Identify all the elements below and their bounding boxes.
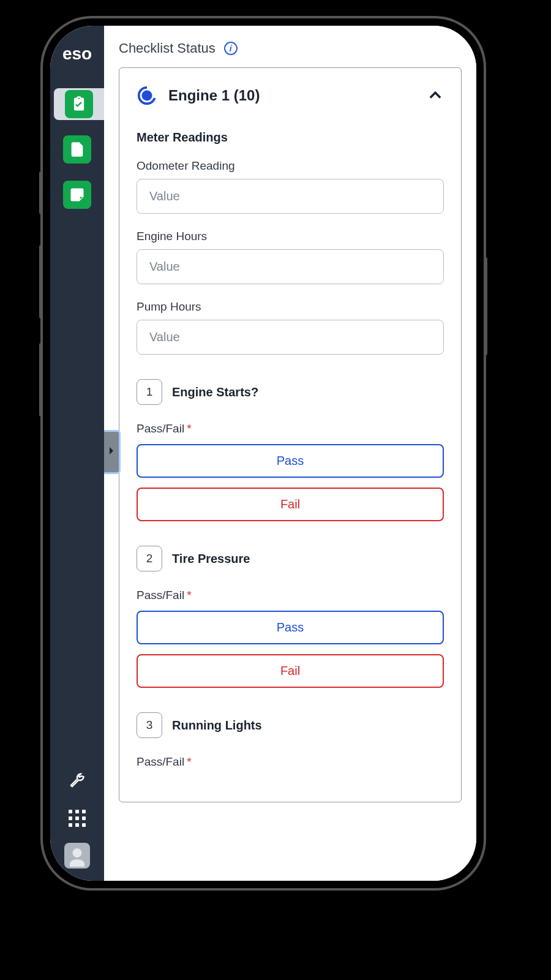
odometer-input[interactable] [137, 179, 444, 214]
main-content: Checklist Status i [104, 26, 476, 881]
checklist-item: 3 Running Lights Pass/Fail* [137, 712, 444, 769]
sidebar-item-forms[interactable] [56, 134, 98, 165]
item-title: Engine Starts? [172, 385, 258, 399]
sidebar-item-notes[interactable] [56, 179, 98, 211]
document-lines-icon [63, 135, 91, 164]
user-avatar[interactable] [64, 843, 90, 869]
item-title: Tire Pressure [172, 552, 250, 566]
logo: eso [62, 44, 92, 64]
odometer-label: Odometer Reading [137, 159, 444, 173]
sidebar: eso [50, 26, 104, 881]
passfail-label: Pass/Fail* [137, 422, 444, 435]
checklist-card: Engine 1 (10) Meter Readings Odometer Re… [119, 67, 462, 802]
item-number: 2 [137, 546, 162, 571]
apps-button[interactable] [65, 806, 89, 831]
meter-readings-heading: Meter Readings [137, 130, 444, 145]
fail-button[interactable]: Fail [137, 488, 444, 521]
info-icon[interactable]: i [224, 42, 238, 55]
svg-point-2 [142, 91, 152, 101]
wrench-icon [69, 772, 86, 791]
checklist-item: 2 Tire Pressure Pass/Fail* Pass Fail [137, 546, 444, 688]
passfail-label: Pass/Fail* [137, 755, 444, 769]
sidebar-item-checklists[interactable] [54, 88, 104, 120]
item-title: Running Lights [172, 718, 262, 733]
passfail-label: Pass/Fail* [137, 589, 444, 602]
svg-marker-3 [110, 447, 113, 454]
grid-icon [69, 810, 86, 827]
settings-button[interactable] [65, 769, 89, 794]
clipboard-check-icon [65, 90, 93, 118]
pass-button[interactable]: Pass [137, 444, 444, 478]
fail-button[interactable]: Fail [137, 654, 444, 688]
item-number: 3 [137, 712, 162, 738]
chevron-right-icon [108, 446, 114, 458]
document-edit-icon [63, 181, 91, 209]
section-header[interactable]: Engine 1 (10) [137, 85, 444, 106]
engine-hours-input[interactable] [137, 249, 444, 284]
progress-ring-icon [137, 85, 157, 106]
item-number: 1 [137, 379, 162, 405]
pump-hours-label: Pump Hours [137, 300, 444, 314]
page-header: Checklist Status i [104, 26, 476, 67]
pass-button[interactable]: Pass [137, 611, 444, 644]
section-title: Engine 1 (10) [168, 87, 416, 104]
chevron-up-icon[interactable] [427, 87, 444, 104]
drawer-expand-handle[interactable] [104, 430, 121, 474]
engine-hours-label: Engine Hours [137, 230, 444, 243]
pump-hours-input[interactable] [137, 320, 444, 355]
page-title: Checklist Status [119, 40, 216, 56]
checklist-item: 1 Engine Starts? Pass/Fail* Pass Fail [137, 379, 444, 521]
